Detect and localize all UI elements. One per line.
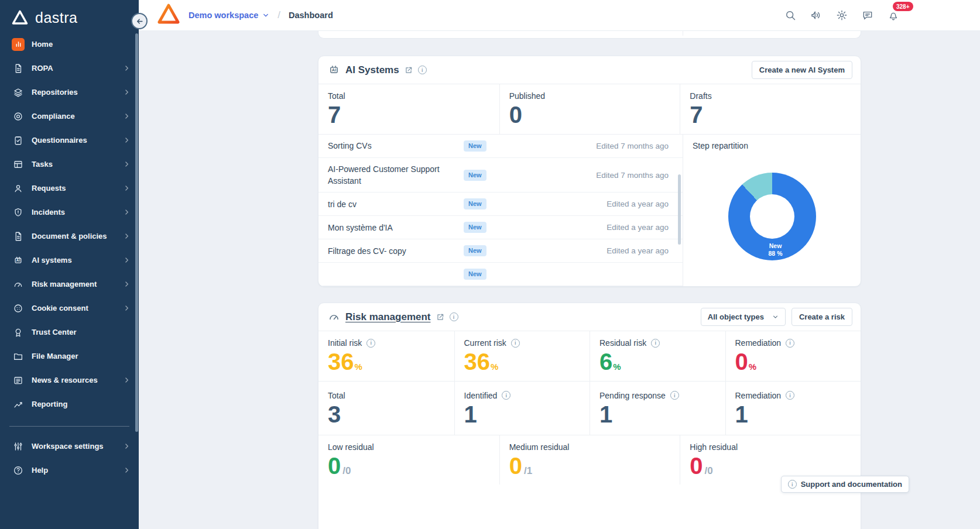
donut-label-name: New <box>769 242 783 250</box>
external-link-icon <box>436 313 444 321</box>
donut-segment-label: New 88 % <box>769 242 783 257</box>
chevron-right-icon <box>123 280 131 288</box>
stat-label: Remediation <box>735 391 782 400</box>
ai-systems-title-link[interactable]: AI Systems <box>345 64 399 76</box>
sidebar-item-repositories[interactable]: Repositories <box>0 80 139 104</box>
ai-system-row[interactable]: Filtrage des CV- copy New Edited a year … <box>318 239 683 263</box>
dastra-logo[interactable] <box>156 2 181 29</box>
chevron-right-icon <box>123 112 131 120</box>
sidebar-item-ropa[interactable]: ROPA <box>0 56 139 80</box>
sidebar-item-documents-policies[interactable]: Document & policies <box>0 224 139 248</box>
info-icon[interactable] <box>450 312 458 321</box>
sidebar-scrollbar[interactable] <box>135 33 138 432</box>
stat-value: 36 <box>328 349 354 375</box>
sidebar-item-news-resources[interactable]: News & resources <box>0 368 139 392</box>
ai-system-name: Filtrage des CV- copy <box>328 245 464 257</box>
risk-management-title-link[interactable]: Risk management <box>345 311 431 323</box>
workspace-name: Demo workspace <box>189 11 258 20</box>
ai-system-row[interactable]: Mon système d'IA New Edited a year ago <box>318 216 683 239</box>
sidebar-item-label: News & resources <box>32 376 98 384</box>
info-icon[interactable] <box>502 391 510 400</box>
search-button[interactable] <box>784 9 796 21</box>
top-header: Demo workspace / Dashboard 328+ <box>139 0 980 31</box>
sidebar-item-label: File Manager <box>32 352 78 360</box>
ropa-icon <box>12 62 25 75</box>
settings-button[interactable] <box>836 9 848 21</box>
stat-unit: % <box>491 362 498 372</box>
sidebar-item-file-manager[interactable]: File Manager <box>0 344 139 368</box>
sidebar-collapse-button[interactable] <box>131 13 148 29</box>
sidebar-item-label: Reporting <box>32 400 67 408</box>
edited-timestamp: Edited a year ago <box>606 200 669 208</box>
ai-system-row[interactable]: Sorting CVs New Edited 7 months ago <box>318 135 683 158</box>
breadcrumb-separator: / <box>277 9 280 21</box>
ai-systems-card: AI Systems Create a new AI System Total … <box>318 56 861 287</box>
newspaper-icon <box>12 374 25 387</box>
sidebar-item-workspace-settings[interactable]: Workspace settings <box>0 434 139 458</box>
support-documentation-button[interactable]: Support and documentation <box>781 476 909 493</box>
sidebar-item-compliance[interactable]: Compliance <box>0 104 139 128</box>
sidebar-item-incidents[interactable]: Incidents <box>0 200 139 224</box>
sidebar-item-ai-systems[interactable]: AI systems <box>0 248 139 272</box>
info-icon[interactable] <box>366 339 375 348</box>
sidebar-item-help[interactable]: Help <box>0 458 139 482</box>
sidebar-divider <box>9 426 129 427</box>
sidebar-item-label: Risk management <box>32 280 97 288</box>
stat-published: Published 0 <box>499 84 680 134</box>
sidebar-item-risk-management[interactable]: Risk management <box>0 272 139 296</box>
sidebar-item-reporting[interactable]: Reporting <box>0 392 139 416</box>
line-chart-icon <box>12 398 25 411</box>
chevron-right-icon <box>123 136 131 144</box>
sidebar-item-cookie-consent[interactable]: Cookie consent <box>0 296 139 320</box>
chat-button[interactable] <box>862 9 873 21</box>
stat-value: 36 <box>464 349 491 375</box>
sidebar-item-requests[interactable]: Requests <box>0 176 139 200</box>
ai-system-row[interactable]: tri de cv New Edited a year ago <box>318 193 683 216</box>
new-badge: New <box>464 245 486 256</box>
sidebar-item-questionnaires[interactable]: Questionnaires <box>0 128 139 152</box>
info-icon[interactable] <box>786 339 794 348</box>
chevron-right-icon <box>123 376 131 384</box>
info-icon[interactable] <box>786 391 794 400</box>
ai-system-row[interactable]: New <box>318 263 683 286</box>
stat-drafts: Drafts 7 <box>680 84 861 134</box>
sidebar-item-tasks[interactable]: Tasks <box>0 152 139 176</box>
list-scrollbar[interactable] <box>678 174 681 245</box>
edited-timestamp: Edited a year ago <box>606 223 669 232</box>
info-icon[interactable] <box>418 66 427 74</box>
object-types-dropdown[interactable]: All object types <box>701 308 786 326</box>
create-ai-system-button[interactable]: Create a new AI System <box>752 61 852 79</box>
ai-system-row[interactable]: AI-Powered Customer Support Assistant Ne… <box>318 158 683 193</box>
sidebar-item-label: Compliance <box>32 112 75 121</box>
info-icon[interactable] <box>651 339 660 348</box>
sidebar-item-home[interactable]: Home <box>0 32 139 56</box>
announcements-button[interactable] <box>810 9 822 21</box>
risk-count-row: Total 3 Identified 1 Pending response 1 … <box>318 382 861 435</box>
workspace-selector[interactable]: Demo workspace <box>189 11 269 20</box>
stat-value: 0 <box>509 453 522 479</box>
step-repartition-title: Step repartition <box>693 141 851 150</box>
main-content: AI Systems Create a new AI System Total … <box>139 31 980 529</box>
ai-system-name: Sorting CVs <box>328 140 464 152</box>
chevron-right-icon <box>123 304 131 312</box>
external-link-icon <box>405 66 413 74</box>
stat-identified: Identified 1 <box>454 382 590 435</box>
notifications-badge: 328+ <box>893 2 913 11</box>
sidebar: dastra Home ROPA Repositories Compliance… <box>0 0 139 529</box>
sidebar-item-label: Document & policies <box>32 232 107 241</box>
info-icon[interactable] <box>511 339 520 348</box>
stat-value: 3 <box>328 401 445 428</box>
sidebar-item-label: AI systems <box>32 256 72 264</box>
sidebar-item-label: ROPA <box>32 64 53 73</box>
notifications-button[interactable]: 328+ <box>888 9 899 21</box>
chevron-right-icon <box>123 232 131 240</box>
stat-total: Total 7 <box>318 84 499 134</box>
new-badge: New <box>464 140 486 152</box>
stat-label: Low residual <box>328 442 374 452</box>
info-icon[interactable] <box>670 391 679 400</box>
stat-medium-residual: Medium residual 0/1 <box>499 435 680 485</box>
create-risk-button[interactable]: Create a risk <box>791 308 852 326</box>
sidebar-item-trust-center[interactable]: Trust Center <box>0 320 139 344</box>
stat-label: Published <box>509 91 546 101</box>
breadcrumb-current-page: Dashboard <box>289 11 333 20</box>
